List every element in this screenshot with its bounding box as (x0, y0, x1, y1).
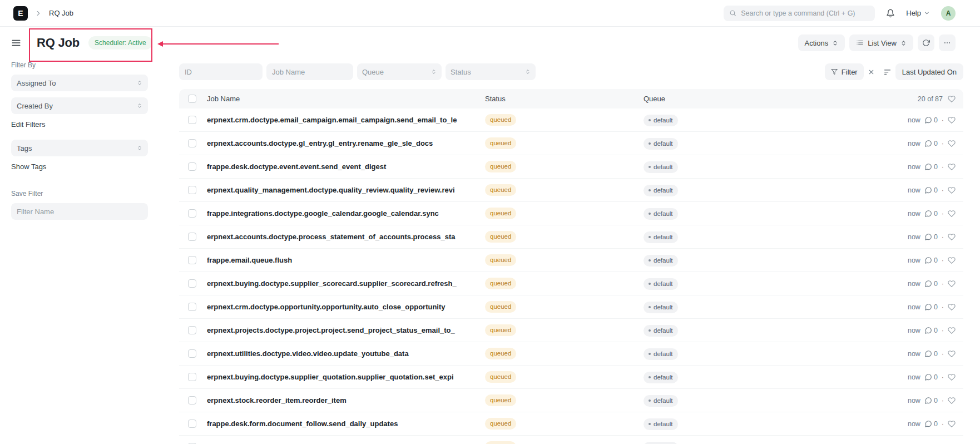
table-row[interactable]: erpnext.stock.reorder_item.reorder_item … (179, 389, 963, 412)
job-name-link[interactable]: erpnext.buying.doctype.supplier_quotatio… (207, 373, 473, 381)
row-checkbox[interactable] (188, 162, 196, 171)
heart-icon[interactable] (948, 210, 956, 218)
row-checkbox[interactable] (188, 139, 196, 147)
job-name-link[interactable]: erpnext.buying.doctype.supplier_scorecar… (207, 279, 473, 288)
sidebar-toggle-icon[interactable] (11, 38, 21, 48)
more-button[interactable] (939, 34, 956, 51)
comment-count[interactable]: 0 (924, 420, 938, 428)
table-row[interactable]: frappe.integrations.doctype.google_calen… (179, 202, 963, 225)
comment-count[interactable]: 0 (924, 233, 938, 241)
table-row[interactable]: frappe.desk.doctype.event.event.send_eve… (179, 155, 963, 179)
comment-count[interactable]: 0 (924, 303, 938, 311)
queue-filter-select[interactable]: Queue (357, 63, 442, 80)
comment-count[interactable]: 0 (924, 256, 938, 264)
row-checkbox[interactable] (188, 209, 196, 218)
heart-icon[interactable] (948, 350, 956, 358)
row-checkbox[interactable] (188, 373, 196, 381)
table-row[interactable]: erpnext.buying.doctype.supplier_quotatio… (179, 366, 963, 389)
breadcrumb-item[interactable]: RQ Job (49, 9, 73, 17)
liked-filter-heart-icon[interactable] (948, 95, 956, 103)
global-search[interactable] (724, 6, 875, 21)
table-row[interactable]: erpnext.accounts.doctype.process_stateme… (179, 225, 963, 249)
status-filter-select[interactable]: Status (446, 63, 536, 80)
table-row[interactable]: erpnext.utilities.doctype.video.video.up… (179, 342, 963, 366)
edit-filters-link[interactable]: Edit Filters (11, 120, 148, 129)
row-checkbox[interactable] (188, 186, 196, 194)
job-name-link[interactable]: erpnext.projects.doctype.project.project… (207, 326, 473, 334)
job-name-link[interactable]: erpnext.accounts.doctype.gl_entry.gl_ent… (207, 139, 473, 147)
comment-count[interactable]: 0 (924, 210, 938, 218)
filter-button[interactable]: Filter (825, 63, 864, 80)
heart-icon[interactable] (948, 186, 956, 194)
clear-filter-icon[interactable] (868, 68, 875, 76)
job-name-link[interactable]: frappe.desk.form.document_follow.send_da… (207, 420, 473, 428)
row-checkbox[interactable] (188, 233, 196, 241)
comment-count[interactable]: 0 (924, 186, 938, 194)
app-logo[interactable]: E (13, 6, 28, 21)
sort-field-button[interactable]: Last Updated On (895, 63, 963, 80)
table-row[interactable]: frappe.desk.form.document_follow.send_da… (179, 412, 963, 436)
heart-icon[interactable] (948, 280, 956, 288)
job-name-link[interactable]: frappe.email.queue.flush (207, 256, 473, 264)
select-all-checkbox[interactable] (188, 95, 196, 103)
comment-count[interactable]: 0 (924, 327, 938, 334)
comment-count[interactable]: 0 (924, 280, 938, 288)
heart-icon[interactable] (948, 140, 956, 147)
comment-count[interactable]: 0 (924, 163, 938, 171)
heart-icon[interactable] (948, 116, 956, 124)
table-row[interactable]: erpnext.accounts.doctype.gl_entry.gl_ent… (179, 132, 963, 155)
heart-icon[interactable] (948, 420, 956, 428)
help-menu[interactable]: Help (906, 9, 930, 17)
created-by-select[interactable]: Created By (11, 97, 148, 114)
heart-icon[interactable] (948, 397, 956, 404)
sort-order-icon[interactable] (883, 68, 892, 76)
comment-count[interactable]: 0 (924, 350, 938, 358)
row-checkbox[interactable] (188, 420, 196, 428)
queue-dot-icon (649, 213, 651, 215)
heart-icon[interactable] (948, 373, 956, 381)
row-checkbox[interactable] (188, 256, 196, 264)
filter-name-input[interactable] (11, 203, 148, 220)
row-checkbox[interactable] (188, 303, 196, 311)
row-checkbox[interactable] (188, 279, 196, 288)
show-tags-link[interactable]: Show Tags (11, 162, 148, 171)
avatar[interactable]: A (941, 6, 956, 21)
comment-count[interactable]: 0 (924, 140, 938, 147)
row-checkbox[interactable] (188, 396, 196, 404)
bell-icon[interactable] (886, 9, 895, 18)
comment-count[interactable]: 0 (924, 397, 938, 404)
table-row[interactable]: frappe.email.queue.flush queued default … (179, 249, 963, 272)
heart-icon[interactable] (948, 256, 956, 264)
table-row[interactable]: erpnext.crm.doctype.opportunity.opportun… (179, 295, 963, 319)
heart-icon[interactable] (948, 303, 956, 311)
job-name-filter-input[interactable] (266, 63, 353, 80)
view-switcher-button[interactable]: List View (849, 34, 913, 51)
assigned-to-select[interactable]: Assigned To (11, 75, 148, 91)
job-name-link[interactable]: erpnext.stock.reorder_item.reorder_item (207, 396, 473, 404)
id-filter-input[interactable] (179, 63, 263, 80)
table-row[interactable]: erpnext.crm.doctype.email_campaign.email… (179, 108, 963, 132)
table-row[interactable]: erpnext.projects.doctype.project.project… (179, 319, 963, 342)
row-checkbox[interactable] (188, 326, 196, 334)
actions-button[interactable]: Actions (798, 34, 845, 51)
search-input[interactable] (741, 9, 869, 17)
job-name-link[interactable]: erpnext.crm.doctype.email_campaign.email… (207, 116, 473, 124)
heart-icon[interactable] (948, 163, 956, 171)
heart-icon[interactable] (948, 327, 956, 334)
comment-count[interactable]: 0 (924, 116, 938, 124)
refresh-button[interactable] (918, 34, 934, 51)
row-checkbox[interactable] (188, 349, 196, 358)
job-name-link[interactable]: erpnext.utilities.doctype.video.video.up… (207, 349, 473, 358)
comment-count[interactable]: 0 (924, 373, 938, 381)
heart-icon[interactable] (948, 233, 956, 241)
table-row[interactable]: erpnext.quality_management.doctype.quali… (179, 179, 963, 202)
job-name-link[interactable]: erpnext.accounts.doctype.process_stateme… (207, 233, 473, 241)
tags-select[interactable]: Tags (11, 140, 148, 156)
table-row[interactable]: queued default · (179, 436, 963, 444)
job-name-link[interactable]: frappe.desk.doctype.event.event.send_eve… (207, 162, 473, 171)
job-name-link[interactable]: erpnext.quality_management.doctype.quali… (207, 186, 473, 194)
job-name-link[interactable]: frappe.integrations.doctype.google_calen… (207, 209, 473, 218)
table-row[interactable]: erpnext.buying.doctype.supplier_scorecar… (179, 272, 963, 295)
row-checkbox[interactable] (188, 116, 196, 124)
job-name-link[interactable]: erpnext.crm.doctype.opportunity.opportun… (207, 303, 473, 311)
